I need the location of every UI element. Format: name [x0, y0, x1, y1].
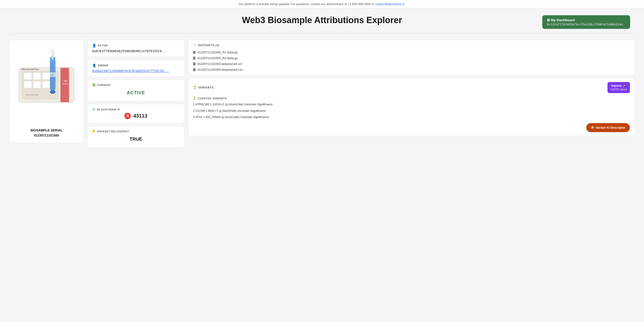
owner-value[interactable]: 0xbba236F126D40DF943C9Fa90593477f55C50..… [92, 69, 180, 73]
svg-rect-8 [33, 81, 41, 88]
blockchain-value: A 43113 [92, 113, 180, 119]
file-icon [193, 62, 196, 65]
file-item: 41230711101565_R1.fastq.gz [193, 51, 630, 54]
variant-item: 3 ATN1 c.933_935del (p.Asn312del) Uncert… [193, 115, 630, 119]
file-icon [193, 57, 196, 60]
file-list: 41230711101565_R1.fastq.gz41230711101565… [193, 51, 630, 71]
biosample-serial: BIOSAMPLE SERIAL 41230711101565 [30, 128, 62, 138]
actor-block: 👤 ACTOR 0x0763779584EA62550658D46Cce7076… [88, 40, 184, 57]
top-banner: Our platform is actively being updated. … [0, 0, 644, 8]
biosample-image: OACo OCD-100A ORA NEEZE ORACOLLECT·Dx LO… [14, 49, 79, 118]
hourglass-icon: ⏳ [193, 86, 197, 89]
biosample-serial-title: BIOSAMPLE SERIAL [30, 128, 62, 133]
right-panel: 📄 DATASETS (4) 41230711101565_R1.fastq.g… [188, 40, 635, 136]
svg-rect-1 [60, 68, 69, 102]
variant-ai-button[interactable]: ✳ Variant AI Descriptor [586, 123, 630, 132]
banner-text-end: . [404, 2, 406, 6]
file-name: 41230711101565.deepvariant.csv [198, 68, 243, 71]
impulse-label: Impulse 🚀 [611, 84, 626, 87]
dashboard-label: ⊞ My Dashboard [547, 18, 575, 22]
consent-label: ✅ CONSENT [92, 83, 180, 86]
banner-text: Our platform is actively being updated. … [238, 2, 375, 6]
blockchain-icon: 🔗 [92, 108, 96, 111]
variants-card: ⏳ VARIANTS Impulse 🚀 0 ATPS raised ⏳ CUR… [188, 78, 635, 136]
file-name: 41230711101565_R2.fastq.gz [198, 56, 238, 60]
owner-label: 👤 OWNER [92, 63, 180, 67]
page-divider [9, 33, 635, 34]
actor-label: 👤 ACTOR [92, 44, 180, 47]
curated-variants-section: ⏳ CURATED VARIANTS 1 ATP6V1B2 c.1322A>C … [193, 97, 630, 119]
file-icon [193, 51, 196, 54]
file-name: 41230711101565_R1.fastq.gz [198, 51, 238, 54]
main-content: OACo OCD-100A ORA NEEZE ORACOLLECT·Dx LO… [0, 36, 644, 157]
variant-item: 2 CLCN6 c.464C>T (p.Ala155Val) Uncertain… [193, 109, 630, 113]
person-icon: 👤 [92, 44, 96, 47]
file-icon [193, 68, 196, 71]
owner-block: 👤 OWNER 0xbba236F126D40DF943C9Fa90593477… [88, 60, 184, 77]
page-header: Web3 Biosample Attributions Explorer ⊞ M… [0, 8, 644, 31]
impulse-button[interactable]: Impulse 🚀 0 ATPS raised [608, 82, 630, 93]
curated-hourglass-icon: ⏳ [193, 97, 196, 100]
svg-rect-9 [42, 81, 50, 88]
file-item: 41230711101565_R2.fastq.gz [193, 56, 630, 60]
svg-rect-6 [42, 73, 50, 80]
svg-rect-5 [33, 73, 41, 80]
datasets-card: 📄 DATASETS (4) 41230711101565_R1.fastq.g… [188, 40, 635, 75]
support-link[interactable]: support@genobank.io [375, 2, 404, 6]
biosample-serial-number: 41230711101565 [30, 133, 62, 138]
dashboard-address: 0x12C472797465bf9cCF5e93Bc3f60FAF3406621… [547, 23, 623, 26]
impulse-atps: 0 ATPS raised [611, 88, 627, 91]
svg-point-16 [50, 90, 56, 94]
file-item: 41230711101565.deepvariant.vcf [193, 62, 630, 66]
svg-point-18 [50, 49, 55, 54]
dataset-delivered-label: 🗂️ DATASET DELIVERED? [92, 130, 180, 133]
variants-header: ⏳ VARIANTS Impulse 🚀 0 ATPS raised [193, 82, 630, 93]
svg-text:LOT: LOT [50, 74, 54, 76]
file-item: 41230711101565.deepvariant.csv [193, 68, 630, 71]
svg-text:OACo OCD-100A: OACo OCD-100A [26, 94, 38, 96]
svg-rect-4 [24, 73, 32, 80]
blockchain-label: 🔗 BLOCKCHAIN ID [92, 108, 180, 111]
dataset-delivered-block: 🗂️ DATASET DELIVERED? TRUE [88, 126, 184, 148]
file-name: 41230711101565.deepvariant.vcf [198, 62, 242, 66]
curated-variants-title: ⏳ CURATED VARIANTS [193, 97, 630, 100]
variant-list: 1 ATP6V1B2 c.1322A>C (p.Glu441Ala) Uncer… [193, 103, 630, 119]
dataset-icon: 🗂️ [92, 130, 96, 133]
variants-title: ⏳ VARIANTS [193, 86, 214, 89]
avalanche-icon: A [124, 113, 131, 119]
datasets-doc-icon: 📄 [193, 44, 197, 47]
consent-block: ✅ CONSENT ACTIVE [88, 79, 184, 101]
variant-ai-label: Variant AI Descriptor [596, 126, 625, 129]
sparkle-icon: ✳ [591, 125, 594, 130]
dashboard-button[interactable]: ⊞ My Dashboard 0x12C472797465bf9cCF5e93B… [542, 15, 630, 29]
biosample-card: OACo OCD-100A ORA NEEZE ORACOLLECT·Dx LO… [9, 40, 84, 143]
consent-value: ACTIVE [92, 88, 180, 97]
dataset-delivered-value: TRUE [92, 135, 180, 144]
consent-check-icon: ✅ [92, 83, 96, 86]
blockchain-id-number: 43113 [133, 113, 147, 119]
svg-rect-7 [24, 81, 32, 88]
svg-text:ORA: ORA [64, 80, 68, 82]
actor-value: 0x0763779584EA62550658D46Cce7076155C0... [92, 49, 180, 53]
variant-item: 1 ATP6V1B2 c.1322A>C (p.Glu441Ala) Uncer… [193, 103, 630, 107]
blockchain-block: 🔗 BLOCKCHAIN ID A 43113 [88, 104, 184, 123]
biosample-image-area: OACo OCD-100A ORA NEEZE ORACOLLECT·Dx LO… [14, 44, 79, 123]
svg-text:ORACOLLECT·Dx: ORACOLLECT·Dx [21, 68, 39, 70]
svg-text:NEEZE: NEEZE [63, 83, 68, 84]
info-card: 👤 ACTOR 0x0763779584EA62550658D46Cce7076… [88, 40, 184, 148]
owner-person-icon: 👤 [92, 63, 96, 67]
datasets-title: 📄 DATASETS (4) [193, 44, 630, 47]
